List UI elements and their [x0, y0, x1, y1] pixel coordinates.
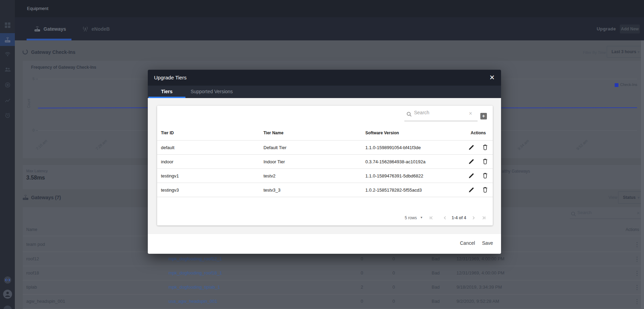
divider	[23, 266, 641, 266]
sidebar-item-bottom-partial[interactable]	[0, 304, 15, 309]
partial-circle-icon	[3, 304, 12, 309]
chevron-down-icon: ▾	[637, 46, 640, 57]
search-clear-icon[interactable]: ×	[637, 210, 640, 216]
gw-health: Bad	[432, 299, 440, 304]
checkins-ring-icon	[22, 49, 28, 55]
upgrade-tiers-dialog: Upgrade Tiers ✕ Tiers Supported Versions…	[148, 70, 501, 254]
gw-name: roof18	[26, 270, 39, 276]
row-actions-menu-icon[interactable]: ⋮	[634, 241, 640, 248]
scrollbar[interactable]	[641, 40, 644, 309]
sidebar-item-tracing[interactable]	[0, 78, 15, 91]
gw-health: Bad	[432, 270, 440, 276]
line-chart-icon	[4, 97, 11, 104]
gw-last-checkin: 12/31/1969, 4:00:00 PM	[456, 256, 504, 261]
sidebar-item-dashboard[interactable]	[0, 19, 15, 31]
time-range-select[interactable]: Last 3 hours ▾	[607, 46, 643, 58]
gw-col2: 0	[391, 299, 396, 304]
save-button[interactable]: Save	[482, 240, 493, 246]
gw-id-link[interactable]: usa_agw_headspin_001	[169, 299, 217, 304]
first-page-icon[interactable]	[429, 215, 434, 221]
page-tabbar: Gateways eNodeB Upgrade Add New	[15, 17, 644, 40]
prev-page-icon[interactable]	[442, 215, 448, 221]
search-clear-icon[interactable]: ×	[469, 110, 472, 117]
gw-id-link[interactable]: mpk_dogfooding_roof12_1	[169, 256, 222, 261]
edit-pencil-icon[interactable]	[469, 187, 474, 193]
next-page-icon[interactable]	[471, 215, 476, 221]
rows-per-page-value[interactable]: 5 rows	[405, 215, 417, 220]
last-page-icon[interactable]	[481, 215, 487, 221]
row-actions-menu-icon[interactable]: ⋮	[634, 298, 640, 305]
sidebar-item-equipment[interactable]	[0, 33, 15, 46]
legend-label: Check-Ins	[620, 83, 637, 87]
checkins-section-title: Gateway Check-Ins	[31, 49, 75, 55]
tab-gateways[interactable]: Gateways	[34, 17, 66, 40]
software-version: 0.3.74-1562864938-ac10192a	[365, 159, 425, 164]
max-latency-value: 3.58ms	[26, 175, 45, 181]
col-header-actions: Actions	[468, 131, 489, 135]
add-new-button[interactable]: Add New	[620, 25, 640, 33]
rows-per-page-caret-icon[interactable]: ▾	[421, 215, 422, 219]
tiers-search-input[interactable]	[414, 110, 466, 115]
sidebar-item-metrics[interactable]	[0, 94, 15, 107]
search-icon	[406, 112, 412, 117]
divider	[157, 183, 493, 183]
gw-id-link[interactable]: mpk_dogfooding_roof18_1	[169, 270, 222, 276]
cancel-button[interactable]: Cancel	[460, 240, 475, 246]
time-range-value: Last 3 hours	[612, 46, 636, 57]
gw-last-checkin: 12/31/1969, 4:00:00 PM	[456, 270, 504, 276]
dialog-title: Upgrade Tiers	[154, 70, 186, 86]
search-icon	[571, 211, 576, 217]
edit-pencil-icon[interactable]	[469, 158, 474, 164]
view-select[interactable]: Status ▾	[618, 191, 643, 204]
tab-enodeb[interactable]: eNodeB	[82, 17, 110, 40]
row-actions-menu-icon[interactable]: ⋮	[634, 284, 640, 291]
row-actions-menu-icon[interactable]: ⋮	[634, 255, 640, 263]
tier-name: Indoor Tier	[263, 159, 285, 164]
divider	[23, 308, 641, 309]
sidebar-item-alarms[interactable]	[0, 109, 15, 122]
gateway-router-icon	[4, 36, 11, 43]
gateways-search-input[interactable]	[577, 210, 633, 215]
search-underline	[404, 121, 478, 121]
add-tier-button[interactable]: +	[480, 113, 487, 119]
sidebar	[0, 0, 15, 309]
gw-id-link[interactable]: mpk_dogfooding_tiplab_1	[169, 284, 220, 290]
col-header-actions: Actions	[622, 227, 639, 232]
gateways-section-title: Gateways (7)	[31, 195, 61, 200]
topbar: Equipment	[15, 0, 644, 17]
tier-id: testingv3	[161, 187, 179, 193]
dialog-header: Upgrade Tiers ✕	[148, 70, 501, 86]
chevron-down-icon: ▾	[637, 192, 640, 203]
gw-name: team pod	[26, 242, 45, 247]
gw-name: roof12	[26, 256, 39, 261]
divider	[23, 294, 641, 294]
delete-trash-icon[interactable]	[482, 144, 488, 150]
sidebar-item-account[interactable]	[0, 288, 15, 300]
col-header-tier-id: Tier ID	[161, 131, 174, 135]
edit-pencil-icon[interactable]	[469, 144, 474, 150]
gw-health: Bad	[432, 256, 440, 261]
dialog-footer: Cancel Save	[148, 234, 501, 254]
y-tick-5: 5	[28, 77, 35, 81]
divider	[157, 168, 493, 169]
sidebar-item-subscribers[interactable]	[0, 63, 15, 76]
sidebar-item-wifi[interactable]	[0, 47, 15, 60]
page-title: Equipment	[27, 0, 48, 17]
software-version: 1.0.2-1585178282-5f55acd3	[365, 187, 422, 193]
tab-tiers[interactable]: Tiers	[148, 86, 186, 98]
upgrade-button[interactable]: Upgrade	[597, 17, 616, 40]
row-actions-menu-icon[interactable]: ⋮	[634, 270, 640, 277]
edit-pencil-icon[interactable]	[469, 173, 474, 178]
delete-trash-icon[interactable]	[482, 173, 488, 178]
dialog-tabbar: Tiers Supported Versions	[148, 86, 501, 98]
sidebar-item-swagger[interactable]	[0, 274, 15, 286]
y-axis-label: Count	[27, 96, 31, 112]
gw-last-checkin: 9/2/2020, 9:52:28 AM	[456, 299, 499, 304]
delete-trash-icon[interactable]	[482, 158, 488, 164]
delete-trash-icon[interactable]	[482, 187, 488, 193]
tab-supported-versions[interactable]: Supported Versions	[186, 86, 238, 98]
gw-col2: 0	[391, 270, 396, 276]
close-icon[interactable]: ✕	[488, 73, 497, 82]
y-tick-0: 0	[28, 128, 35, 132]
view-label: View	[608, 195, 617, 200]
